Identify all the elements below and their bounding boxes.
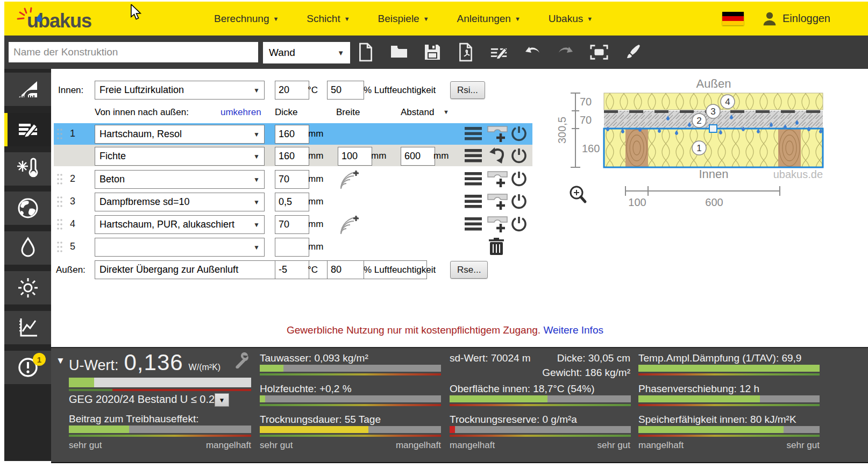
layer-row-1[interactable]: 1 Hartschaum, Resol▼ mm [54, 123, 532, 145]
insert-layer-icon[interactable] [487, 171, 508, 189]
ubakus-logo[interactable]: ubakus [16, 7, 113, 34]
inside-humidity-input[interactable] [327, 81, 364, 100]
thickness-input[interactable] [275, 238, 309, 257]
layer-menu-icon[interactable] [465, 127, 482, 141]
sidebar-item-temperature[interactable] [4, 152, 51, 186]
report-edit-button[interactable] [490, 41, 508, 63]
layer-row-3[interactable]: 3 Dampfbremse sd=10▼ mm [54, 191, 532, 212]
menu-berechnung[interactable]: Berechnung▼ [214, 13, 279, 25]
toggle-layer-icon[interactable] [511, 194, 527, 210]
add-beam-icon[interactable] [340, 169, 360, 190]
layer-marker-1-label: 1 [696, 143, 701, 153]
thickness-input[interactable] [275, 125, 309, 144]
toggle-layer-icon[interactable] [511, 126, 527, 142]
inside-boundary-select[interactable]: Freie Luftzirkulation▼ [95, 81, 265, 100]
rotate-beam-icon[interactable] [488, 147, 506, 164]
dim-layer1: 160 [582, 143, 600, 154]
wrench-settings-icon[interactable] [233, 352, 250, 368]
sidebar-item-geometry[interactable] [4, 73, 51, 106]
more-info-link[interactable]: Weitere Infos [543, 324, 603, 336]
wood-stud[interactable] [778, 129, 801, 167]
unit-label: mm [308, 219, 323, 230]
style-brush-button[interactable] [623, 41, 642, 63]
construction-name-input[interactable] [9, 42, 258, 62]
drag-handle-icon[interactable] [56, 173, 63, 186]
scale-good-label: sehr gut [597, 440, 630, 451]
ubakus-app: ubakus Berechnung▼ Schicht▼ Beispiele▼ A… [0, 0, 868, 475]
insert-layer-icon[interactable] [487, 125, 508, 144]
sidebar-item-summer-heat[interactable] [4, 271, 51, 304]
material-select[interactable]: Dampfbremse sd=10▼ [95, 193, 265, 211]
dim-layer2: 70 [580, 114, 592, 126]
layer-row-4[interactable]: 4 Hartschaum, PUR, alukaschiert▼ mm [54, 214, 532, 235]
layer-menu-icon[interactable] [465, 217, 482, 231]
thickness-input[interactable] [275, 170, 309, 189]
undo-button[interactable] [523, 41, 542, 63]
toggle-layer-icon[interactable] [511, 216, 527, 232]
menu-beispiele[interactable]: Beispiele▼ [378, 13, 429, 25]
new-file-button[interactable] [357, 41, 375, 63]
u-value-bar [69, 378, 251, 387]
layer-resize-handle[interactable] [709, 125, 717, 132]
menu-schicht[interactable]: Schicht▼ [307, 13, 350, 25]
toggle-layer-icon[interactable] [511, 148, 527, 164]
sidebar-item-moisture[interactable] [4, 231, 51, 265]
save-button[interactable] [423, 41, 442, 63]
wood-stud[interactable] [625, 129, 648, 167]
drag-handle-icon[interactable] [56, 127, 63, 140]
reverse-direction-link[interactable]: umkehren [220, 107, 261, 118]
outside-label: Außen: [56, 265, 86, 275]
inside-temperature-input[interactable] [275, 81, 309, 100]
layer-row-2[interactable]: 2 Beton▼ mm [54, 168, 532, 190]
drag-handle-icon[interactable] [56, 240, 63, 253]
user-icon [762, 11, 777, 27]
thickness-input[interactable] [275, 193, 309, 211]
sidebar-item-warnings[interactable]: 1 [4, 351, 51, 384]
insert-layer-icon[interactable] [487, 193, 508, 211]
redo-button[interactable] [557, 41, 575, 63]
metric-gewicht: Gewicht: 186 kg/m² [542, 367, 630, 379]
dim-layer4: 70 [580, 96, 592, 108]
layer-row-5[interactable]: 5 ▼ mm [54, 236, 532, 258]
beam-material-select[interactable]: Fichte▼ [95, 147, 265, 166]
open-folder-button[interactable] [390, 41, 408, 63]
drag-handle-icon[interactable] [56, 218, 63, 231]
material-select[interactable]: Hartschaum, PUR, alukaschiert▼ [95, 215, 265, 234]
thickness-input[interactable] [275, 215, 309, 234]
insert-layer-icon[interactable] [487, 216, 508, 234]
fullscreen-button[interactable] [590, 41, 608, 63]
outside-temperature-input[interactable] [275, 260, 309, 279]
toggle-layer-icon[interactable] [511, 171, 527, 187]
pdf-export-button[interactable] [457, 41, 475, 63]
delete-layer-icon[interactable] [488, 238, 504, 256]
menu-anleitungen[interactable]: Anleitungen▼ [457, 13, 521, 25]
beam-width-input[interactable] [338, 147, 372, 166]
layer-menu-icon[interactable] [465, 149, 482, 163]
unit-label: mm [308, 242, 323, 252]
collapse-panel-icon[interactable]: ▼ [56, 356, 65, 366]
sidebar-item-ecology[interactable] [4, 192, 51, 225]
layer-row-1-beam[interactable]: Fichte▼ mm mm mm [54, 145, 532, 166]
layer-menu-icon[interactable] [465, 172, 482, 186]
chevron-down-icon[interactable]: ▼ [443, 109, 449, 115]
sidebar-item-charts[interactable] [4, 311, 51, 344]
layer-menu-icon[interactable] [465, 195, 482, 209]
german-flag-icon[interactable] [722, 12, 744, 25]
login-button[interactable]: Einloggen [762, 11, 830, 27]
layer-number: 1 [70, 128, 75, 139]
sidebar-item-layers-editor[interactable] [4, 113, 51, 146]
material-select[interactable]: Beton▼ [95, 170, 265, 189]
beam-thickness-input[interactable] [275, 147, 309, 166]
menu-ubakus[interactable]: Ubakus▼ [549, 13, 593, 25]
add-beam-icon[interactable] [340, 215, 360, 235]
drag-handle-icon[interactable] [56, 195, 63, 208]
zoom-icon[interactable] [571, 187, 585, 202]
geg-standard-select[interactable]: ▼ [215, 393, 229, 407]
construction-type-select[interactable]: Wand ▼ [263, 42, 350, 63]
rse-button[interactable]: Rse... [450, 261, 488, 279]
rsi-button[interactable]: Rsi... [450, 81, 485, 99]
outside-humidity-input[interactable] [327, 260, 364, 279]
beam-spacing-input[interactable] [401, 147, 435, 166]
material-select[interactable]: Hartschaum, Resol▼ [95, 125, 265, 144]
material-select[interactable]: ▼ [95, 238, 265, 257]
